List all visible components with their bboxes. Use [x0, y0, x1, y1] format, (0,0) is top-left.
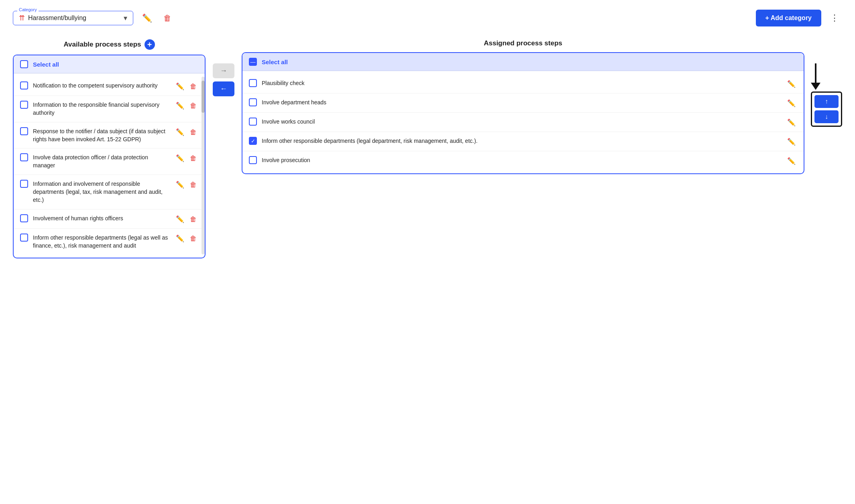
available-item-checkbox-3[interactable]: [20, 153, 28, 161]
transfer-left-button[interactable]: ←: [213, 81, 234, 96]
transfer-right-button[interactable]: →: [213, 63, 234, 78]
add-category-button[interactable]: + Add category: [756, 10, 821, 26]
available-list-item: Involvement of human rights officers ✏️ …: [14, 209, 205, 229]
assigned-list-item: Plausibility check ✏️: [242, 74, 804, 93]
assigned-item-text-1: Involve department heads: [262, 98, 781, 106]
arrow-down-head: [811, 83, 820, 90]
available-item-text-3: Involve data protection officer / data p…: [33, 153, 169, 170]
assigned-item-actions-4: ✏️: [786, 157, 797, 165]
scrollbar-track[interactable]: [202, 77, 205, 254]
assigned-list-header: — Select all: [242, 53, 804, 71]
assigned-item-text-0: Plausibility check: [262, 79, 781, 87]
available-list-item: Notification to the competent supervisor…: [14, 77, 205, 96]
select-all-assigned-label: Select all: [262, 59, 288, 65]
available-item-text-6: Inform other responsible departments (le…: [33, 234, 169, 250]
assigned-item-checkbox-3[interactable]: ✓: [249, 137, 257, 145]
available-item-edit-btn-0[interactable]: ✏️: [174, 82, 186, 91]
order-buttons-wrapper: ↑ ↓: [811, 63, 842, 127]
assigned-item-checkbox-2[interactable]: [249, 118, 257, 126]
available-item-edit-btn-3[interactable]: ✏️: [174, 154, 186, 163]
select-all-available-checkbox[interactable]: [20, 60, 28, 68]
assigned-item-edit-btn-2[interactable]: ✏️: [786, 118, 797, 127]
available-items-list: Notification to the competent supervisor…: [14, 73, 205, 258]
assigned-item-edit-btn-3[interactable]: ✏️: [786, 138, 797, 146]
top-bar: Category ⇈ Harassment/bullying ▾ ✏️ 🗑 + …: [13, 10, 842, 26]
assigned-list-item: Involve department heads ✏️: [242, 93, 804, 113]
assigned-item-text-3: Inform other responsible departments (le…: [262, 137, 781, 145]
available-item-delete-btn-2[interactable]: 🗑: [188, 128, 198, 136]
assigned-item-actions-2: ✏️: [786, 118, 797, 127]
select-all-available-label: Select all: [33, 61, 59, 68]
scrollbar-thumb[interactable]: [202, 81, 205, 113]
assigned-item-actions-1: ✏️: [786, 99, 797, 108]
move-down-button[interactable]: ↓: [814, 110, 839, 123]
assigned-item-checkbox-1[interactable]: [249, 98, 257, 106]
select-all-assigned-checkbox[interactable]: —: [249, 58, 257, 66]
available-item-delete-btn-4[interactable]: 🗑: [188, 181, 198, 189]
arrow-down-line: [815, 63, 816, 83]
available-list-box: Select all Notification to the competent…: [13, 55, 206, 258]
available-item-edit-btn-6[interactable]: ✏️: [174, 234, 186, 243]
available-item-edit-btn-4[interactable]: ✏️: [174, 181, 186, 189]
available-list-item: Information and involvement of responsib…: [14, 175, 205, 209]
available-item-actions-1: ✏️ 🗑: [174, 102, 198, 110]
available-item-delete-btn-1[interactable]: 🗑: [188, 102, 198, 110]
chevron-down-icon: ▾: [124, 14, 127, 22]
available-item-actions-4: ✏️ 🗑: [174, 181, 198, 189]
available-list-item: Inform other responsible departments (le…: [14, 229, 205, 255]
available-item-actions-5: ✏️ 🗑: [174, 215, 198, 224]
assigned-list-box: — Select all Plausibility check ✏️ Invol…: [242, 52, 804, 174]
available-item-delete-btn-5[interactable]: 🗑: [188, 215, 198, 224]
assigned-item-edit-btn-1[interactable]: ✏️: [786, 99, 797, 108]
available-item-actions-3: ✏️ 🗑: [174, 154, 198, 163]
available-item-text-4: Information and involvement of responsib…: [33, 180, 169, 204]
available-item-edit-btn-2[interactable]: ✏️: [174, 128, 186, 136]
assigned-item-edit-btn-4[interactable]: ✏️: [786, 157, 797, 165]
available-item-edit-btn-1[interactable]: ✏️: [174, 102, 186, 110]
delete-category-button[interactable]: 🗑: [161, 12, 174, 24]
available-item-checkbox-0[interactable]: [20, 81, 28, 89]
order-box: ↑ ↓: [811, 91, 842, 127]
available-item-checkbox-2[interactable]: [20, 127, 28, 135]
available-list-header: Select all: [14, 55, 205, 73]
add-step-button[interactable]: +: [145, 39, 155, 50]
available-item-text-5: Involvement of human rights officers: [33, 214, 169, 222]
available-panel-title: Available process steps +: [13, 39, 206, 50]
assigned-item-checkbox-4[interactable]: [249, 156, 257, 164]
edit-category-button[interactable]: ✏️: [140, 12, 155, 24]
available-list-container: Notification to the competent supervisor…: [14, 73, 205, 258]
right-side: Assigned process steps — Select all Plau…: [242, 39, 842, 174]
available-item-text-1: Information to the responsible financial…: [33, 101, 169, 117]
available-item-text-0: Notification to the competent supervisor…: [33, 81, 169, 89]
assigned-item-actions-3: ✏️: [786, 138, 797, 146]
available-item-edit-btn-5[interactable]: ✏️: [174, 215, 186, 224]
assigned-item-actions-0: ✏️: [786, 80, 797, 88]
available-item-delete-btn-3[interactable]: 🗑: [188, 154, 198, 163]
available-item-actions-6: ✏️ 🗑: [174, 234, 198, 243]
available-list-item: Information to the responsible financial…: [14, 96, 205, 122]
available-item-checkbox-6[interactable]: [20, 234, 28, 242]
transfer-buttons-area: → ←: [206, 63, 242, 96]
category-value: Harassment/bullying: [28, 14, 120, 22]
minus-icon: —: [250, 59, 256, 65]
available-list-item: Involve data protection officer / data p…: [14, 148, 205, 175]
assigned-panel-title: Assigned process steps: [242, 39, 804, 47]
category-select[interactable]: Category ⇈ Harassment/bullying ▾: [13, 11, 133, 25]
available-panel: Available process steps + Select all Not…: [13, 39, 206, 258]
assigned-item-edit-btn-0[interactable]: ✏️: [786, 80, 797, 88]
available-item-checkbox-1[interactable]: [20, 101, 28, 109]
available-item-actions-0: ✏️ 🗑: [174, 82, 198, 91]
assigned-item-checkbox-0[interactable]: [249, 79, 257, 87]
available-item-text-2: Response to the notifier / data subject …: [33, 127, 169, 144]
available-item-checkbox-4[interactable]: [20, 180, 28, 188]
assigned-item-text-2: Involve works council: [262, 118, 781, 126]
checkmark-icon: ✓: [251, 138, 255, 144]
available-item-checkbox-5[interactable]: [20, 214, 28, 222]
available-item-delete-btn-6[interactable]: 🗑: [188, 234, 198, 243]
assigned-panel: Assigned process steps — Select all Plau…: [242, 39, 804, 174]
available-item-delete-btn-0[interactable]: 🗑: [188, 82, 198, 91]
assigned-list-item: Involve prosecution ✏️: [242, 151, 804, 170]
move-up-button[interactable]: ↑: [814, 95, 839, 108]
available-list-item: Response to the notifier / data subject …: [14, 122, 205, 149]
more-options-button[interactable]: ⋮: [828, 12, 842, 24]
